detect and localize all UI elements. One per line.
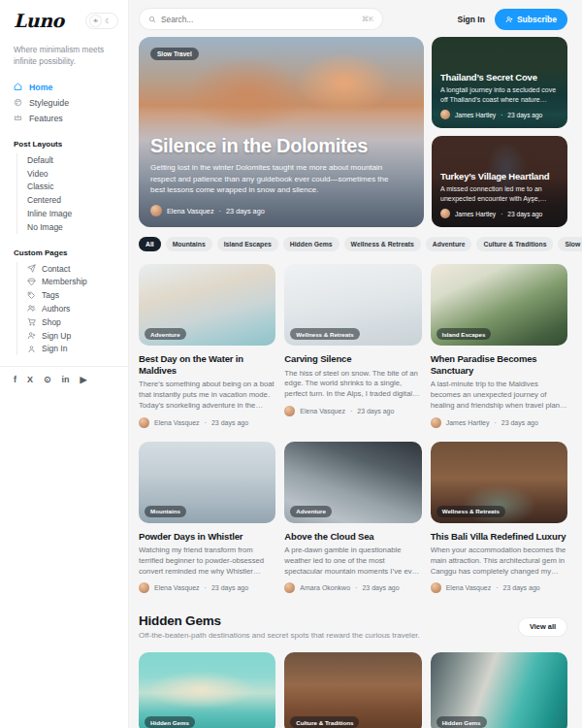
sidebar-item-classic[interactable]: Classic bbox=[27, 180, 118, 193]
filter-chip-wellness-retreats[interactable]: Wellness & Retreats bbox=[344, 237, 421, 251]
filter-chip-island-escapes[interactable]: Island Escapes bbox=[217, 237, 278, 251]
post-title[interactable]: Turkey’s Village Heartland bbox=[440, 171, 559, 182]
sidebar-item-centered[interactable]: Centered bbox=[27, 193, 118, 207]
filter-chip-adventure[interactable]: Adventure bbox=[426, 237, 472, 251]
sidebar-item-home[interactable]: Home bbox=[14, 81, 118, 94]
author-avatar[interactable] bbox=[440, 110, 450, 119]
author-name[interactable]: Amara Okonkwo bbox=[300, 584, 350, 591]
sun-icon[interactable]: ☀ bbox=[90, 16, 101, 26]
sidebar-item-features[interactable]: Features bbox=[14, 112, 118, 125]
theme-toggle[interactable]: ☀ ☾ bbox=[85, 13, 118, 29]
post-card[interactable]: Island Escapes When Paradise Becomes San… bbox=[431, 264, 567, 428]
sign-in-link[interactable]: Sign In bbox=[458, 15, 485, 24]
post-image[interactable]: Hidden Gems bbox=[431, 652, 567, 728]
post-image[interactable]: Adventure bbox=[139, 264, 275, 346]
sidebar-item-contact[interactable]: Contact bbox=[27, 262, 118, 276]
sidebar-item-no-image[interactable]: No Image bbox=[27, 220, 118, 234]
post-tag-badge[interactable]: Wellness & Retreats bbox=[290, 328, 359, 340]
side-post-card[interactable]: Turkey’s Village Heartland A missed conn… bbox=[432, 136, 567, 227]
author-avatar[interactable] bbox=[150, 205, 162, 216]
author-name[interactable]: Elena Vasquez bbox=[154, 584, 200, 591]
sidebar-item-video[interactable]: Video bbox=[27, 167, 118, 181]
filter-chip-hidden-gems[interactable]: Hidden Gems bbox=[283, 237, 340, 251]
sidebar-item-sign-in[interactable]: Sign In bbox=[27, 342, 118, 355]
sidebar-item-inline-image[interactable]: Inline Image bbox=[27, 207, 118, 220]
author-name[interactable]: Elena Vasquez bbox=[300, 408, 345, 414]
post-tag-badge[interactable]: Mountains bbox=[145, 506, 186, 517]
post-tag-badge[interactable]: Adventure bbox=[290, 506, 332, 517]
post-byline: Elena Vasquez · 23 days ago bbox=[139, 417, 275, 428]
post-title[interactable]: Powder Days in Whistler bbox=[139, 531, 275, 543]
post-tag-badge[interactable]: Hidden Gems bbox=[436, 716, 487, 728]
post-title[interactable]: This Bali Villa Redefined Luxury bbox=[431, 531, 567, 543]
x-icon[interactable]: X bbox=[27, 376, 33, 384]
author-name[interactable]: Elena Vasquez bbox=[167, 207, 214, 215]
post-image[interactable]: Culture & Traditions bbox=[284, 652, 421, 728]
post-tag-badge[interactable]: Island Escapes bbox=[436, 328, 492, 340]
author-avatar[interactable] bbox=[284, 406, 295, 416]
search-box[interactable]: ⌘K bbox=[139, 8, 383, 30]
author-name[interactable]: James Hartley bbox=[455, 211, 496, 217]
instagram-icon[interactable]: ⊙ bbox=[44, 376, 51, 384]
filter-chip-culture-traditions[interactable]: Culture & Traditions bbox=[476, 237, 553, 251]
post-title[interactable]: Best Day on the Water in Maldives bbox=[139, 353, 275, 376]
author-name[interactable]: Elena Vasquez bbox=[154, 419, 200, 426]
post-title[interactable]: Carving Silence bbox=[284, 353, 421, 365]
search-icon bbox=[148, 16, 156, 23]
post-image[interactable]: Wellness & Retreats bbox=[284, 264, 421, 346]
post-title[interactable]: Thailand’s Secret Cove bbox=[440, 72, 559, 83]
post-image[interactable]: Wellness & Retreats bbox=[431, 442, 567, 523]
post-tag-badge[interactable]: Wellness & Retreats bbox=[436, 506, 505, 517]
author-name[interactable]: James Hartley bbox=[446, 419, 490, 426]
post-title[interactable]: When Paradise Becomes Sanctuary bbox=[431, 353, 567, 376]
author-avatar[interactable] bbox=[440, 209, 450, 218]
hero-tag-badge[interactable]: Slow Travel bbox=[150, 48, 199, 60]
post-image[interactable]: Hidden Gems bbox=[139, 652, 275, 728]
post-card[interactable]: Wellness & Retreats Carving Silence The … bbox=[284, 264, 421, 428]
post-card[interactable]: Wellness & Retreats This Bali Villa Rede… bbox=[431, 442, 567, 594]
hero-title[interactable]: Silence in the Dolomites bbox=[150, 135, 412, 157]
post-image[interactable]: Mountains bbox=[139, 442, 275, 523]
post-tag-badge[interactable]: Adventure bbox=[145, 328, 186, 340]
side-post-card[interactable]: Thailand’s Secret Cove A longtail journe… bbox=[432, 37, 567, 128]
post-image[interactable]: Adventure bbox=[284, 442, 421, 523]
post-card[interactable]: Adventure Above the Cloud Sea A pre-dawn… bbox=[284, 442, 421, 594]
filter-chip-all[interactable]: All bbox=[139, 237, 161, 251]
sidebar-item-sign-up[interactable]: Sign Up bbox=[27, 329, 118, 343]
sidebar-item-membership[interactable]: Membership bbox=[27, 275, 118, 288]
post-image[interactable]: Island Escapes bbox=[431, 264, 567, 346]
user-plus-icon bbox=[505, 16, 513, 23]
author-name[interactable]: Elena Vasquez bbox=[446, 584, 492, 591]
sidebar-item-default[interactable]: Default bbox=[27, 153, 118, 167]
post-card[interactable]: Hidden Gems bbox=[431, 652, 567, 728]
moon-icon[interactable]: ☾ bbox=[103, 16, 113, 26]
sidebar-item-styleguide[interactable]: Styleguide bbox=[14, 96, 118, 110]
logo[interactable]: Luno bbox=[14, 10, 64, 31]
post-date: 23 days ago bbox=[503, 584, 540, 591]
search-input[interactable] bbox=[161, 15, 357, 24]
author-avatar[interactable] bbox=[139, 582, 149, 593]
filter-chip-mountains[interactable]: Mountains bbox=[166, 237, 212, 251]
sidebar-item-shop[interactable]: Shop bbox=[27, 315, 118, 329]
hero-card[interactable]: Slow Travel Silence in the Dolomites Get… bbox=[139, 37, 424, 227]
sidebar-item-tags[interactable]: Tags bbox=[27, 288, 118, 302]
post-card[interactable]: Adventure Best Day on the Water in Maldi… bbox=[139, 264, 275, 428]
post-tag-badge[interactable]: Hidden Gems bbox=[145, 716, 195, 728]
author-avatar[interactable] bbox=[431, 582, 441, 593]
post-title[interactable]: Above the Cloud Sea bbox=[284, 531, 421, 543]
linkedin-icon[interactable]: in bbox=[62, 376, 70, 384]
author-avatar[interactable] bbox=[139, 417, 149, 428]
post-card[interactable]: Mountains Powder Days in Whistler Watchi… bbox=[139, 442, 275, 594]
subscribe-button[interactable]: Subscribe bbox=[495, 9, 567, 30]
post-card[interactable]: Culture & Traditions bbox=[284, 652, 421, 728]
view-all-button[interactable]: View all bbox=[518, 617, 567, 637]
post-card[interactable]: Hidden Gems bbox=[139, 652, 275, 728]
youtube-icon[interactable]: ▶ bbox=[81, 376, 87, 384]
sidebar-item-authors[interactable]: Authors bbox=[27, 302, 118, 315]
author-avatar[interactable] bbox=[284, 582, 295, 593]
facebook-icon[interactable]: f bbox=[14, 376, 16, 384]
post-tag-badge[interactable]: Culture & Traditions bbox=[290, 716, 359, 728]
author-name[interactable]: James Hartley bbox=[455, 112, 496, 118]
filter-chip-slow-travel[interactable]: Slow Travel bbox=[558, 237, 582, 251]
author-avatar[interactable] bbox=[431, 417, 441, 428]
